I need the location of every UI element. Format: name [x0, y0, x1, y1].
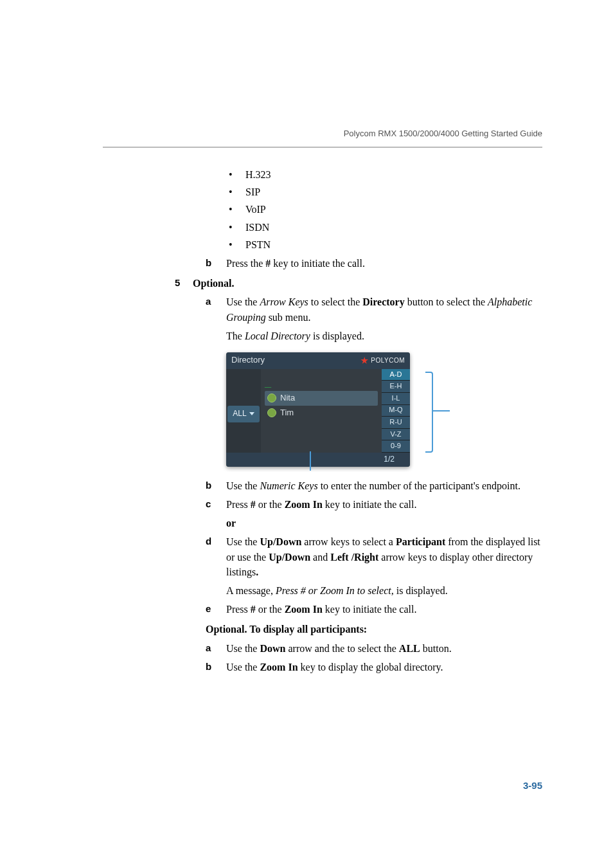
page-indicator: 1/2 — [384, 454, 395, 465]
list-item: •PSTN — [229, 237, 542, 252]
optional-heading: Optional. To display all participants: — [206, 622, 542, 637]
substep-5d: d Use the Up/Down arrow keys to select a… — [206, 534, 542, 579]
optional-substep-a: a Use the Down arrow and the to select t… — [206, 641, 542, 656]
list-item: •VoIP — [229, 202, 542, 217]
input-cursor: _ — [265, 374, 378, 391]
callout-line — [310, 451, 311, 471]
substep-b: b Press the # key to initiate the call. — [206, 256, 542, 271]
contact-row[interactable]: Tim — [265, 406, 378, 420]
list-item: •SIP — [229, 185, 542, 199]
callout-line — [433, 410, 450, 411]
list-item: •ISDN — [229, 220, 542, 235]
range-button[interactable]: M-Q — [382, 405, 410, 417]
substep-5c: c Press # or the Zoom In key to initiate… — [206, 497, 542, 512]
substep-5a: a Use the Arrow Keys to select the Direc… — [206, 294, 542, 324]
polycom-logo-icon — [360, 357, 368, 365]
substep-5d-note: A message, Press # or Zoom In to select,… — [226, 583, 542, 598]
range-button[interactable]: E-H — [382, 381, 410, 393]
alpha-range-sidebar: A-D E-H I-L M-Q R-U V-Z 0-9 — [382, 369, 410, 453]
header-rule — [103, 147, 542, 148]
polycom-logo: POLYCOM — [360, 356, 405, 366]
range-button[interactable]: A-D — [382, 369, 410, 381]
substep-5b: b Use the Numeric Keys to enter the numb… — [206, 478, 542, 493]
chevron-down-icon — [249, 412, 254, 415]
directory-all-button[interactable]: ALL — [227, 406, 259, 422]
or-separator: or — [226, 516, 542, 530]
protocol-list: •H.323 •SIP •VoIP •ISDN •PSTN — [229, 167, 542, 252]
callout-bracket — [425, 372, 433, 453]
step-5: 5 Optional. — [193, 276, 542, 291]
range-button[interactable]: 0-9 — [382, 440, 410, 453]
list-item: •H.323 — [229, 167, 542, 182]
range-button[interactable]: R-U — [382, 417, 410, 429]
range-button[interactable]: V-Z — [382, 429, 410, 441]
directory-title: Directory — [231, 354, 265, 366]
presence-icon — [267, 408, 276, 417]
substep-5a-note: The Local Directory is displayed. — [226, 329, 542, 343]
directory-titlebar: Directory POLYCOM — [226, 352, 410, 369]
presence-icon — [267, 393, 276, 402]
directory-footer: 1/2 — [226, 453, 410, 467]
running-header: Polycom RMX 1500/2000/4000 Getting Start… — [344, 129, 542, 138]
optional-substep-b: b Use the Zoom In key to display the glo… — [206, 660, 542, 674]
range-button[interactable]: I-L — [382, 393, 410, 405]
directory-screenshot: Directory POLYCOM ALL — [226, 352, 425, 467]
contact-row[interactable]: Nita — [265, 391, 378, 406]
page-number: 3-95 — [523, 780, 542, 791]
substep-5e: e Press # or the Zoom In key to initiate… — [206, 602, 542, 617]
